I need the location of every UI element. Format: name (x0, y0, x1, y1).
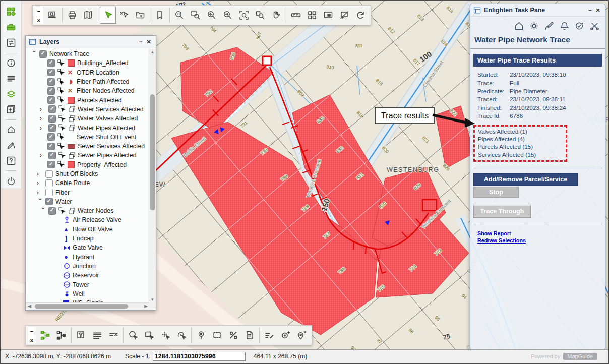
zoom-extents-icon[interactable] (236, 7, 252, 24)
layer-item-property-affected[interactable]: Property_Affected (26, 160, 156, 169)
checkbox-checked[interactable] (39, 50, 47, 58)
layer-item-water-valves-affected[interactable]: Water Valves Affected (26, 114, 156, 123)
chevron-down-icon[interactable] (37, 198, 44, 205)
checkbox-checked[interactable] (48, 152, 56, 159)
add-point-icon[interactable] (277, 327, 293, 344)
help-icon[interactable] (3, 154, 19, 167)
layer-item-cable-route[interactable]: Cable Route (26, 178, 156, 188)
scroll-left-icon[interactable]: ◀ (28, 304, 31, 309)
home-icon[interactable] (514, 21, 524, 31)
add-location-icon[interactable] (293, 327, 310, 344)
close-icon[interactable] (145, 39, 153, 45)
layer-item-water[interactable]: Water (26, 197, 156, 206)
layer-item-fiber-nodes-affected[interactable]: ✕Fiber Nodes Affected (26, 86, 156, 95)
locate-point-icon[interactable] (193, 327, 209, 344)
checkbox-checked[interactable] (47, 96, 55, 104)
layer-item-network-trace[interactable]: Network Trace (26, 49, 156, 58)
identify-screen-icon[interactable] (44, 7, 60, 24)
layer-item-sewer-shut-off-event[interactable]: Sewer Shut Off Event (26, 133, 156, 142)
scrollbar-thumb[interactable] (150, 94, 155, 210)
utilities-tools-icon[interactable] (589, 21, 600, 31)
select-snap-icon[interactable] (157, 327, 173, 344)
clear-selection-icon[interactable] (116, 7, 132, 24)
notifications-bell-icon[interactable] (559, 21, 570, 31)
toolbar-handle[interactable] (28, 327, 36, 344)
layer-item-shut-off-blocks[interactable]: Shut Off Blocks (26, 169, 156, 178)
checkbox-checked[interactable] (47, 78, 55, 86)
stop-button[interactable]: Stop (473, 187, 519, 198)
zoom-next-icon[interactable] (220, 7, 236, 24)
layer-item-water-pipes-affected[interactable]: Water Pipes Affected (26, 123, 156, 132)
scrollbar-thumb[interactable] (35, 304, 128, 309)
chevron-right-icon[interactable] (40, 125, 47, 132)
layers-icon[interactable] (3, 87, 19, 101)
select-radius-icon[interactable] (125, 327, 141, 344)
zoom-xy-icon[interactable]: XY (171, 7, 188, 24)
layers-panel-titlebar[interactable]: Layers (26, 36, 156, 48)
layer-item-sewer-services-affected[interactable]: Sewer Services Affected (26, 142, 156, 151)
chevron-right-icon[interactable] (37, 179, 44, 187)
filter-layers-icon[interactable] (73, 327, 89, 344)
checkbox-checked[interactable] (48, 124, 56, 132)
layer-item-fiber[interactable]: Fiber (26, 188, 156, 197)
minimize-icon[interactable] (586, 7, 594, 14)
layer-item-parcels-affected[interactable]: Parcels Affected (26, 95, 156, 104)
map-book-icon[interactable] (80, 7, 96, 24)
layer-item-water-services-affected[interactable]: Water Services Affected (26, 105, 156, 114)
measure-ruler-icon[interactable] (288, 7, 304, 24)
close-icon[interactable] (594, 7, 602, 14)
trace-through-button[interactable]: Trace Through (473, 205, 531, 218)
print-icon[interactable] (64, 7, 80, 24)
layer-item-buildings-affected[interactable]: Buildings_Affected (26, 58, 156, 68)
zoom-previous-icon[interactable] (204, 7, 220, 24)
checkbox-unchecked[interactable] (45, 189, 53, 196)
toolbar-close-icon[interactable] (37, 15, 41, 24)
checkbox-unchecked[interactable] (45, 179, 53, 187)
app-grid-icon[interactable] (3, 5, 19, 19)
edit-annotations-icon[interactable] (261, 327, 277, 344)
toolbar-minimize-icon[interactable] (30, 326, 33, 335)
zoom-window-icon[interactable] (188, 7, 204, 24)
chevron-down-icon[interactable] (40, 207, 47, 214)
chevron-right-icon[interactable] (40, 152, 47, 159)
chevron-right-icon[interactable] (37, 189, 44, 196)
redraw-selections-link[interactable]: Redraw Selections (477, 237, 605, 244)
design-pen-icon[interactable] (544, 21, 555, 31)
settings-gear-icon[interactable] (529, 21, 539, 31)
checkbox-checked[interactable] (47, 161, 55, 168)
clear-list-icon[interactable] (105, 327, 121, 344)
toolbar-close-icon[interactable] (30, 335, 34, 344)
checkbox-checked[interactable] (47, 133, 55, 141)
toolbar-minimize-icon[interactable] (37, 6, 40, 15)
trace-network-options-icon[interactable] (53, 327, 70, 344)
info-icon[interactable] (3, 56, 19, 70)
vertical-scrollbar[interactable]: ▲▼ (149, 49, 156, 303)
refresh-icon[interactable] (352, 7, 369, 24)
scale-input[interactable] (153, 352, 246, 361)
legend-list-icon[interactable] (3, 72, 19, 85)
saved-views-icon[interactable] (132, 7, 148, 24)
checkbox-unchecked[interactable] (45, 170, 53, 178)
checkbox-checked[interactable] (47, 59, 55, 67)
overview-map-icon[interactable] (320, 7, 336, 24)
trace-network-icon[interactable] (37, 327, 53, 344)
power-icon[interactable] (3, 174, 19, 188)
layer-item-fiber-path-affected[interactable]: Fiber Path Affected (26, 77, 156, 86)
add-remove-parcel-service-button[interactable]: Add/Remove Parcel/Service (473, 173, 578, 186)
select-extent-icon[interactable] (209, 327, 225, 344)
layer-item-otdr-location[interactable]: ✕OTDR Location (26, 68, 156, 77)
layer-item-water-nodes[interactable]: Water Nodes (26, 206, 156, 215)
scroll-up-icon[interactable]: ▲ (149, 50, 156, 54)
toolbox-icon[interactable] (3, 21, 19, 34)
scroll-down-icon[interactable]: ▼ (149, 297, 156, 302)
show-report-link[interactable]: Show Report (477, 230, 605, 236)
scroll-right-icon[interactable]: ▶ (144, 304, 148, 309)
toolbar-handle[interactable] (35, 7, 43, 24)
home-icon[interactable] (3, 123, 19, 137)
checkbox-checked[interactable] (47, 69, 55, 76)
task-pane-titlebar[interactable]: Enlighten Task Pane (470, 4, 605, 17)
tile-grid-icon[interactable] (304, 7, 320, 24)
select-freehand-icon[interactable] (173, 327, 190, 344)
select-rectangle-icon[interactable] (141, 327, 157, 344)
checkbox-checked[interactable] (47, 143, 55, 150)
